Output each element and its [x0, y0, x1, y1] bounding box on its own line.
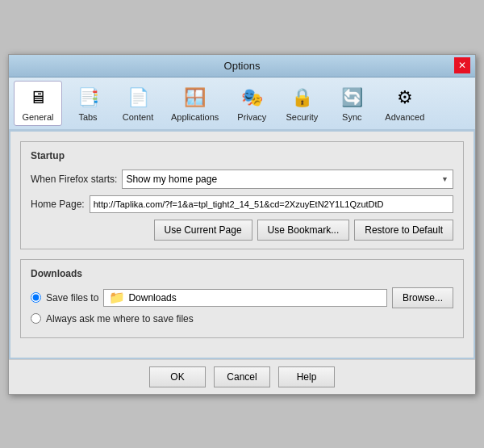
toolbar: 🖥 General 📑 Tabs 📄 Content 🪟 Application… — [9, 77, 475, 130]
advanced-icon: ⚙ — [392, 85, 418, 111]
main-content: Startup When Firefox starts: Show my hom… — [9, 130, 475, 359]
content-icon: 📄 — [125, 85, 151, 111]
title-bar: Options ✕ — [9, 55, 475, 77]
tab-sync-label: Sync — [342, 112, 361, 122]
tabs-icon: 📑 — [75, 85, 101, 111]
applications-icon: 🪟 — [182, 85, 208, 111]
downloads-section-title: Downloads — [31, 268, 453, 279]
tab-applications-label: Applications — [171, 112, 219, 122]
options-window: Options ✕ 🖥 General 📑 Tabs 📄 Content 🪟 A… — [8, 54, 476, 395]
tab-tabs[interactable]: 📑 Tabs — [64, 81, 112, 126]
tab-general[interactable]: 🖥 General — [14, 81, 62, 126]
content-area: Startup When Firefox starts: Show my hom… — [9, 130, 475, 359]
tab-security-label: Security — [286, 112, 318, 122]
home-page-row: Home Page: — [31, 195, 453, 213]
tab-general-label: General — [22, 112, 53, 122]
downloads-path: Downloads — [128, 292, 176, 304]
sync-icon: 🔄 — [339, 85, 365, 111]
save-files-row: Save files to 📁 Downloads Browse... — [31, 287, 453, 308]
startup-section-title: Startup — [31, 150, 453, 161]
always-ask-label: Always ask me where to save files — [46, 313, 194, 324]
startup-section: Startup When Firefox starts: Show my hom… — [20, 141, 464, 249]
privacy-icon: 🎭 — [239, 85, 265, 111]
general-icon: 🖥 — [25, 85, 51, 111]
tab-privacy[interactable]: 🎭 Privacy — [227, 81, 276, 126]
use-current-page-button[interactable]: Use Current Page — [154, 220, 252, 241]
restore-to-default-button[interactable]: Restore to Default — [354, 220, 453, 241]
tab-advanced-label: Advanced — [385, 112, 424, 122]
window-title: Options — [224, 60, 261, 72]
when-label: When Firefox starts: — [31, 174, 117, 185]
tab-sync[interactable]: 🔄 Sync — [328, 81, 376, 126]
security-icon: 🔒 — [289, 85, 315, 111]
home-page-buttons: Use Current Page Use Bookmark... Restore… — [31, 220, 453, 241]
cancel-button[interactable]: Cancel — [214, 366, 270, 387]
home-page-input[interactable] — [90, 195, 453, 213]
browse-button[interactable]: Browse... — [392, 287, 453, 308]
help-button[interactable]: Help — [278, 366, 335, 387]
home-page-label: Home Page: — [31, 199, 85, 210]
close-button[interactable]: ✕ — [454, 57, 470, 73]
use-bookmark-button[interactable]: Use Bookmark... — [257, 220, 350, 241]
ok-button[interactable]: OK — [149, 366, 206, 387]
tab-security[interactable]: 🔒 Security — [277, 81, 326, 126]
when-firefox-starts-select[interactable]: Show my home pageShow a blank pageShow m… — [122, 170, 453, 189]
tab-tabs-label: Tabs — [78, 112, 97, 122]
save-files-label: Save files to — [46, 292, 98, 304]
downloads-section: Downloads Save files to 📁 Downloads Brow… — [20, 259, 464, 338]
tab-privacy-label: Privacy — [237, 112, 266, 122]
tab-content[interactable]: 📄 Content — [114, 81, 162, 126]
tab-applications[interactable]: 🪟 Applications — [164, 81, 226, 126]
when-firefox-starts-row: When Firefox starts: Show my home pageSh… — [31, 170, 453, 189]
when-select-wrapper: Show my home pageShow a blank pageShow m… — [122, 170, 453, 189]
folder-icon: 📁 — [109, 290, 125, 305]
footer: OK Cancel Help — [9, 359, 475, 394]
always-ask-row: Always ask me where to save files — [31, 313, 453, 324]
tab-advanced[interactable]: ⚙ Advanced — [378, 81, 432, 126]
save-files-radio[interactable] — [31, 292, 41, 303]
tab-content-label: Content — [123, 112, 154, 122]
always-ask-radio[interactable] — [31, 313, 41, 324]
